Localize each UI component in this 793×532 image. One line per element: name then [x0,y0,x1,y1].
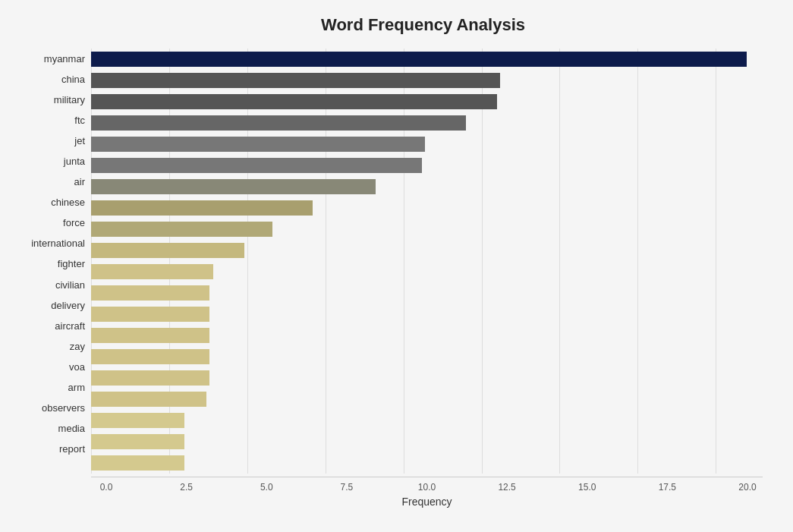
x-tick: 5.0 [251,482,282,493]
bars-grid [91,49,763,474]
x-tick: 17.5 [652,482,682,493]
bar-row-international [91,240,763,261]
y-label-military: military [54,90,91,110]
bar-chinese [91,200,313,216]
bar-row-delivery [91,304,763,325]
y-labels: myanmarchinamilitaryftcjetjuntaairchines… [8,49,91,459]
bar-ftc [91,115,466,131]
y-label-jet: jet [74,131,91,151]
bar-row-ftc [91,112,763,134]
y-label-media: media [58,418,91,439]
x-tick: 12.5 [492,482,522,493]
y-label-myanmar: myanmar [44,49,91,69]
bar-row-force [91,219,763,240]
y-label-civilian: civilian [55,275,91,295]
x-axis: 0.02.55.07.510.012.515.017.520.0 [91,477,763,493]
y-label-voa: voa [69,357,91,377]
bar-row-military [91,91,763,112]
bar-row-voa [91,367,763,389]
bar-row-arm [91,389,763,410]
bar-jet [91,137,425,152]
chart-container: Word Frequency Analysis myanmarchinamili… [0,0,793,532]
bar-delivery [91,307,209,322]
bar-row-chinese [91,197,763,219]
x-tick: 15.0 [572,482,603,493]
bar-aircraft [91,328,209,343]
bar-row-civilian [91,282,763,304]
y-label-delivery: delivery [51,295,91,316]
bar-force [91,222,272,237]
bar-junta [91,158,422,173]
y-label-china: china [61,69,91,90]
y-label-air: air [74,172,91,192]
x-tick: 7.5 [332,482,362,493]
bar-row-jet [91,134,763,155]
bar-row-myanmar [91,49,763,70]
bar-china [91,73,500,88]
bar-myanmar [91,52,747,67]
chart-area: myanmarchinamilitaryftcjetjuntaairchines… [8,49,763,459]
y-label-force: force [63,212,91,233]
x-tick: 0.0 [91,482,121,493]
bar-zay [91,349,209,364]
bar-row-aircraft [91,325,763,346]
bar-observers [91,413,184,428]
bar-row-air [91,176,763,197]
bar-row-fighter [91,261,763,282]
x-tick: 10.0 [412,482,442,493]
bar-voa [91,370,209,386]
bar-arm [91,392,206,407]
bar-air [91,179,376,194]
chart-title: Word Frequency Analysis [83,15,763,35]
y-label-report: report [59,439,91,459]
y-label-arm: arm [68,377,91,398]
bar-military [91,94,497,109]
y-label-aircraft: aircraft [55,316,91,336]
bar-international [91,243,244,258]
x-axis-label: Frequency [91,496,763,508]
bar-fighter [91,264,213,279]
bar-row-report [91,452,763,474]
y-label-junta: junta [64,151,91,172]
bar-row-junta [91,155,763,176]
bar-row-china [91,70,763,91]
y-label-fighter: fighter [58,253,91,274]
x-tick: 2.5 [172,482,202,493]
y-label-zay: zay [70,336,91,357]
bar-row-observers [91,410,763,431]
bar-report [91,455,184,471]
y-label-ftc: ftc [74,110,91,131]
bars-and-xaxis: 0.02.55.07.510.012.515.017.520.0 Frequen… [91,49,763,459]
bar-media [91,434,184,449]
y-label-observers: observers [42,398,91,418]
bar-civilian [91,285,209,301]
bar-row-zay [91,346,763,367]
x-tick: 20.0 [732,482,763,493]
y-label-chinese: chinese [51,192,91,212]
bar-row-media [91,431,763,452]
y-label-international: international [31,233,91,253]
